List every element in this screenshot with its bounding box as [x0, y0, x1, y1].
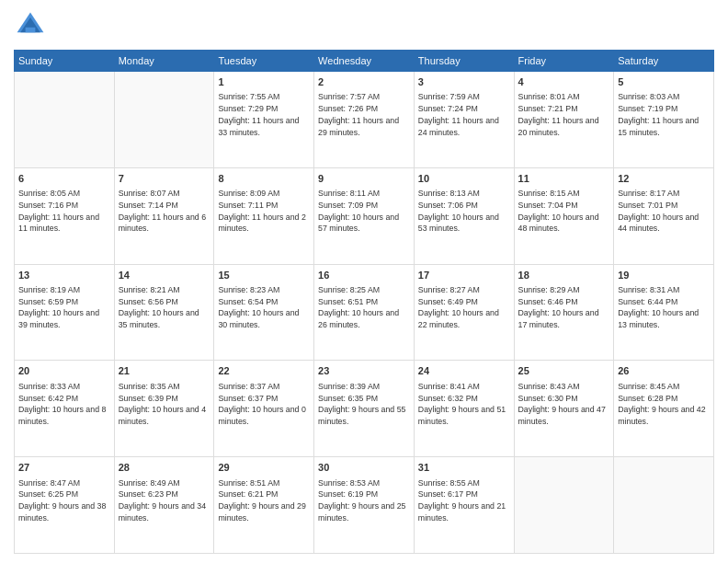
day-info: Sunrise: 8:45 AM Sunset: 6:28 PM Dayligh…: [618, 381, 710, 428]
day-number: 6: [18, 172, 110, 186]
calendar-cell: 4Sunrise: 8:01 AM Sunset: 7:21 PM Daylig…: [514, 72, 614, 168]
day-number: 27: [18, 461, 110, 475]
calendar-cell: 21Sunrise: 8:35 AM Sunset: 6:39 PM Dayli…: [114, 361, 214, 457]
weekday-header: Tuesday: [214, 51, 314, 72]
day-number: 3: [418, 75, 510, 89]
calendar-cell: 18Sunrise: 8:29 AM Sunset: 6:46 PM Dayli…: [514, 264, 614, 361]
calendar-cell: 17Sunrise: 8:27 AM Sunset: 6:49 PM Dayli…: [414, 264, 514, 361]
day-number: 25: [518, 364, 610, 378]
day-info: Sunrise: 8:47 AM Sunset: 6:25 PM Dayligh…: [18, 477, 110, 524]
day-number: 1: [218, 75, 310, 89]
day-number: 23: [318, 364, 410, 378]
calendar: SundayMondayTuesdayWednesdayThursdayFrid…: [14, 50, 714, 554]
day-info: Sunrise: 8:29 AM Sunset: 6:46 PM Dayligh…: [518, 284, 610, 331]
day-info: Sunrise: 8:03 AM Sunset: 7:19 PM Dayligh…: [618, 91, 710, 138]
header: [14, 9, 714, 42]
calendar-cell: 11Sunrise: 8:15 AM Sunset: 7:04 PM Dayli…: [514, 167, 614, 264]
calendar-cell: [114, 72, 214, 168]
calendar-header-row: SundayMondayTuesdayWednesdayThursdayFrid…: [15, 51, 714, 72]
day-number: 9: [318, 172, 410, 186]
day-number: 28: [119, 461, 210, 475]
day-info: Sunrise: 8:25 AM Sunset: 6:51 PM Dayligh…: [318, 284, 410, 331]
calendar-cell: 19Sunrise: 8:31 AM Sunset: 6:44 PM Dayli…: [614, 264, 714, 361]
calendar-cell: 2Sunrise: 7:57 AM Sunset: 7:26 PM Daylig…: [314, 72, 415, 168]
page: SundayMondayTuesdayWednesdayThursdayFrid…: [0, 0, 728, 563]
day-number: 16: [318, 269, 410, 282]
logo-icon: [14, 9, 47, 42]
day-number: 30: [318, 461, 410, 475]
day-number: 7: [119, 172, 210, 186]
day-number: 19: [618, 269, 710, 282]
calendar-cell: 12Sunrise: 8:17 AM Sunset: 7:01 PM Dayli…: [614, 167, 714, 264]
day-info: Sunrise: 8:51 AM Sunset: 6:21 PM Dayligh…: [218, 477, 310, 524]
weekday-header: Thursday: [414, 51, 514, 72]
calendar-week-row: 20Sunrise: 8:33 AM Sunset: 6:42 PM Dayli…: [15, 361, 714, 457]
day-info: Sunrise: 8:31 AM Sunset: 6:44 PM Dayligh…: [618, 284, 710, 331]
day-number: 10: [418, 172, 510, 186]
calendar-cell: 1Sunrise: 7:55 AM Sunset: 7:29 PM Daylig…: [214, 72, 314, 168]
day-info: Sunrise: 8:21 AM Sunset: 6:56 PM Dayligh…: [119, 284, 210, 331]
day-number: 21: [119, 364, 210, 378]
calendar-cell: 31Sunrise: 8:55 AM Sunset: 6:17 PM Dayli…: [414, 457, 514, 554]
day-number: 26: [618, 364, 710, 378]
calendar-cell: 5Sunrise: 8:03 AM Sunset: 7:19 PM Daylig…: [614, 72, 714, 168]
day-info: Sunrise: 8:17 AM Sunset: 7:01 PM Dayligh…: [618, 188, 710, 235]
weekday-header: Sunday: [15, 51, 115, 72]
day-number: 29: [218, 461, 310, 475]
calendar-cell: [614, 457, 714, 554]
calendar-cell: 15Sunrise: 8:23 AM Sunset: 6:54 PM Dayli…: [214, 264, 314, 361]
day-number: 4: [518, 75, 610, 89]
calendar-cell: 20Sunrise: 8:33 AM Sunset: 6:42 PM Dayli…: [15, 361, 115, 457]
calendar-cell: 24Sunrise: 8:41 AM Sunset: 6:32 PM Dayli…: [414, 361, 514, 457]
calendar-cell: 28Sunrise: 8:49 AM Sunset: 6:23 PM Dayli…: [114, 457, 214, 554]
day-number: 20: [18, 364, 110, 378]
day-number: 5: [618, 75, 710, 89]
day-info: Sunrise: 7:57 AM Sunset: 7:26 PM Dayligh…: [318, 91, 410, 138]
calendar-cell: [514, 457, 614, 554]
day-info: Sunrise: 8:11 AM Sunset: 7:09 PM Dayligh…: [318, 188, 410, 235]
calendar-week-row: 27Sunrise: 8:47 AM Sunset: 6:25 PM Dayli…: [15, 457, 714, 554]
calendar-cell: 25Sunrise: 8:43 AM Sunset: 6:30 PM Dayli…: [514, 361, 614, 457]
day-info: Sunrise: 8:09 AM Sunset: 7:11 PM Dayligh…: [218, 188, 310, 235]
calendar-cell: 6Sunrise: 8:05 AM Sunset: 7:16 PM Daylig…: [15, 167, 115, 264]
day-info: Sunrise: 7:55 AM Sunset: 7:29 PM Dayligh…: [218, 91, 310, 138]
calendar-cell: 9Sunrise: 8:11 AM Sunset: 7:09 PM Daylig…: [314, 167, 415, 264]
day-number: 12: [618, 172, 710, 186]
day-number: 22: [218, 364, 310, 378]
day-info: Sunrise: 8:49 AM Sunset: 6:23 PM Dayligh…: [119, 477, 210, 524]
day-info: Sunrise: 8:19 AM Sunset: 6:59 PM Dayligh…: [18, 284, 110, 331]
calendar-cell: 30Sunrise: 8:53 AM Sunset: 6:19 PM Dayli…: [314, 457, 415, 554]
weekday-header: Saturday: [614, 51, 714, 72]
weekday-header: Friday: [514, 51, 614, 72]
calendar-cell: 3Sunrise: 7:59 AM Sunset: 7:24 PM Daylig…: [414, 72, 514, 168]
day-number: 15: [218, 269, 310, 282]
day-number: 17: [418, 269, 510, 282]
calendar-cell: 27Sunrise: 8:47 AM Sunset: 6:25 PM Dayli…: [15, 457, 115, 554]
day-number: 18: [518, 269, 610, 282]
calendar-cell: 16Sunrise: 8:25 AM Sunset: 6:51 PM Dayli…: [314, 264, 415, 361]
day-info: Sunrise: 8:35 AM Sunset: 6:39 PM Dayligh…: [119, 381, 210, 428]
day-info: Sunrise: 8:41 AM Sunset: 6:32 PM Dayligh…: [418, 381, 510, 428]
calendar-week-row: 6Sunrise: 8:05 AM Sunset: 7:16 PM Daylig…: [15, 167, 714, 264]
day-number: 11: [518, 172, 610, 186]
calendar-cell: 8Sunrise: 8:09 AM Sunset: 7:11 PM Daylig…: [214, 167, 314, 264]
day-info: Sunrise: 8:53 AM Sunset: 6:19 PM Dayligh…: [318, 477, 410, 524]
calendar-week-row: 1Sunrise: 7:55 AM Sunset: 7:29 PM Daylig…: [15, 72, 714, 168]
calendar-cell: 22Sunrise: 8:37 AM Sunset: 6:37 PM Dayli…: [214, 361, 314, 457]
weekday-header: Wednesday: [314, 51, 415, 72]
day-info: Sunrise: 8:01 AM Sunset: 7:21 PM Dayligh…: [518, 91, 610, 138]
calendar-cell: 10Sunrise: 8:13 AM Sunset: 7:06 PM Dayli…: [414, 167, 514, 264]
day-number: 14: [119, 269, 210, 282]
calendar-week-row: 13Sunrise: 8:19 AM Sunset: 6:59 PM Dayli…: [15, 264, 714, 361]
logo: [14, 9, 51, 42]
calendar-cell: 13Sunrise: 8:19 AM Sunset: 6:59 PM Dayli…: [15, 264, 115, 361]
day-number: 2: [318, 75, 410, 89]
day-number: 8: [218, 172, 310, 186]
day-info: Sunrise: 8:15 AM Sunset: 7:04 PM Dayligh…: [518, 188, 610, 235]
day-info: Sunrise: 7:59 AM Sunset: 7:24 PM Dayligh…: [418, 91, 510, 138]
day-info: Sunrise: 8:37 AM Sunset: 6:37 PM Dayligh…: [218, 381, 310, 428]
day-info: Sunrise: 8:05 AM Sunset: 7:16 PM Dayligh…: [18, 188, 110, 235]
day-info: Sunrise: 8:43 AM Sunset: 6:30 PM Dayligh…: [518, 381, 610, 428]
day-info: Sunrise: 8:33 AM Sunset: 6:42 PM Dayligh…: [18, 381, 110, 428]
calendar-cell: 26Sunrise: 8:45 AM Sunset: 6:28 PM Dayli…: [614, 361, 714, 457]
